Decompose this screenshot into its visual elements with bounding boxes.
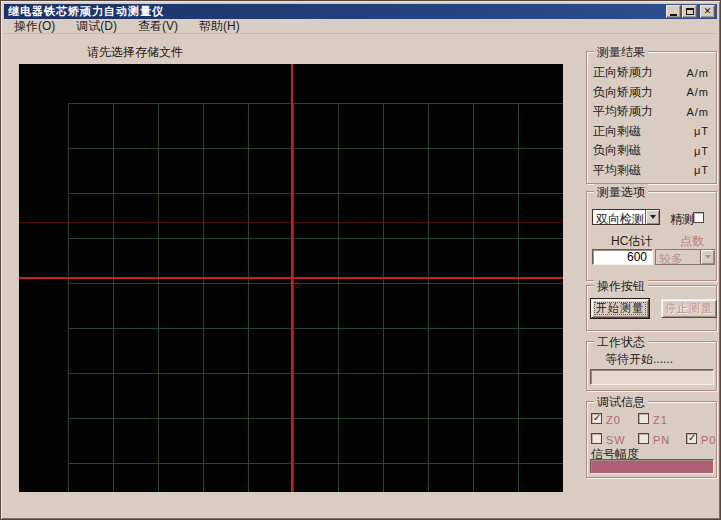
minimize-icon	[670, 14, 677, 16]
plot-canvas[interactable]: 0	[19, 64, 563, 492]
points-select: 较多	[655, 249, 715, 265]
result-label: 负向矫顽力	[593, 84, 653, 101]
points-select-drop-button	[700, 250, 714, 264]
result-row: 平均剩磁 μT	[587, 161, 716, 181]
result-unit: A/m	[686, 67, 709, 79]
result-row: 正向矫顽力 A/m	[587, 63, 716, 83]
debug-checkbox-z1-label: Z1	[653, 414, 668, 426]
maximize-button[interactable]	[682, 5, 697, 18]
result-row: 正向剩磁 μT	[587, 122, 716, 142]
maximize-icon	[686, 8, 694, 15]
debug-checkbox-pn[interactable]	[638, 433, 649, 444]
result-row: 平均矫顽力 A/m	[587, 102, 716, 122]
result-row: 负向矫顽力 A/m	[587, 83, 716, 103]
menu-bar: 操作(O) 调试(D) 查看(V) 帮助(H)	[4, 19, 717, 34]
debug-checkbox-p0-label: P0	[701, 434, 716, 446]
stop-measure-button: 停止测量	[661, 299, 717, 318]
result-row: 负向剩磁 μT	[587, 141, 716, 161]
group-action-buttons-title: 操作按钮	[594, 278, 648, 295]
result-label: 负向剩磁	[593, 142, 641, 159]
window-controls: ✕	[665, 5, 715, 18]
result-unit: A/m	[686, 106, 709, 118]
progress-bar	[590, 369, 714, 385]
group-measure-options: 测量选项 双向检测 精测 HC估计 点数 较多	[586, 191, 717, 281]
result-label: 平均剩磁	[593, 162, 641, 179]
group-measure-options-title: 测量选项	[594, 184, 648, 201]
result-label: 正向矫顽力	[593, 64, 653, 81]
plot-grid	[68, 103, 563, 492]
menu-operate[interactable]: 操作(O)	[8, 17, 61, 36]
plot-hint-label: 请先选择存储文件	[87, 44, 183, 61]
menu-help[interactable]: 帮助(H)	[193, 17, 246, 36]
menu-debug[interactable]: 调试(D)	[70, 17, 123, 36]
plot-crosshair-horizontal	[19, 277, 563, 279]
app-window: 继电器铁芯矫顽力自动测量仪 ✕ 操作(O) 调试(D) 查看(V) 帮助(H) …	[0, 0, 721, 520]
group-measure-results-title: 测量结果	[594, 44, 648, 61]
hc-estimate-label: HC估计	[611, 233, 652, 250]
chevron-down-icon	[705, 255, 711, 262]
close-icon: ✕	[704, 7, 712, 16]
fine-measure-checkbox[interactable]	[693, 212, 704, 223]
signal-amplitude-bar	[590, 459, 714, 474]
start-measure-button[interactable]: 开始测量	[591, 299, 649, 318]
plot-origin-label: 0	[295, 280, 300, 290]
fine-measure-label: 精测	[670, 211, 694, 228]
debug-checkbox-z0-label: Z0	[606, 414, 621, 426]
debug-checkbox-sw[interactable]	[591, 433, 602, 444]
points-label: 点数	[680, 233, 704, 250]
mode-select-value: 双向检测	[593, 210, 645, 224]
debug-checkbox-p0[interactable]	[686, 433, 697, 444]
status-text: 等待开始......	[605, 351, 673, 368]
chevron-down-icon	[650, 215, 656, 222]
debug-checkbox-sw-label: SW	[606, 434, 626, 446]
debug-checkbox-z1[interactable]	[638, 413, 649, 424]
debug-checkbox-pn-label: PN	[653, 434, 670, 446]
hc-estimate-input[interactable]	[592, 249, 653, 265]
result-unit: μT	[694, 125, 709, 137]
group-work-status-title: 工作状态	[594, 334, 648, 351]
result-unit: A/m	[686, 86, 709, 98]
mode-select-drop-button[interactable]	[645, 210, 659, 224]
mode-select[interactable]: 双向检测	[592, 209, 660, 225]
menu-view[interactable]: 查看(V)	[132, 17, 184, 36]
result-unit: μT	[694, 145, 709, 157]
group-debug-info: 调试信息 Z0 Z1 SW PN P0 信号幅度	[586, 401, 717, 478]
group-work-status: 工作状态 等待开始......	[586, 341, 717, 391]
group-debug-info-title: 调试信息	[594, 394, 648, 411]
debug-checkbox-z0[interactable]	[591, 413, 602, 424]
minimize-button[interactable]	[666, 5, 681, 18]
close-button[interactable]: ✕	[700, 5, 715, 18]
group-action-buttons: 操作按钮 开始测量 停止测量	[586, 285, 717, 331]
result-label: 平均矫顽力	[593, 103, 653, 120]
result-unit: μT	[694, 164, 709, 176]
result-label: 正向剩磁	[593, 123, 641, 140]
points-select-value: 较多	[656, 250, 700, 264]
group-measure-results: 测量结果 正向矫顽力 A/m 负向矫顽力 A/m 平均矫顽力 A/m 正向剩磁 …	[586, 51, 717, 184]
